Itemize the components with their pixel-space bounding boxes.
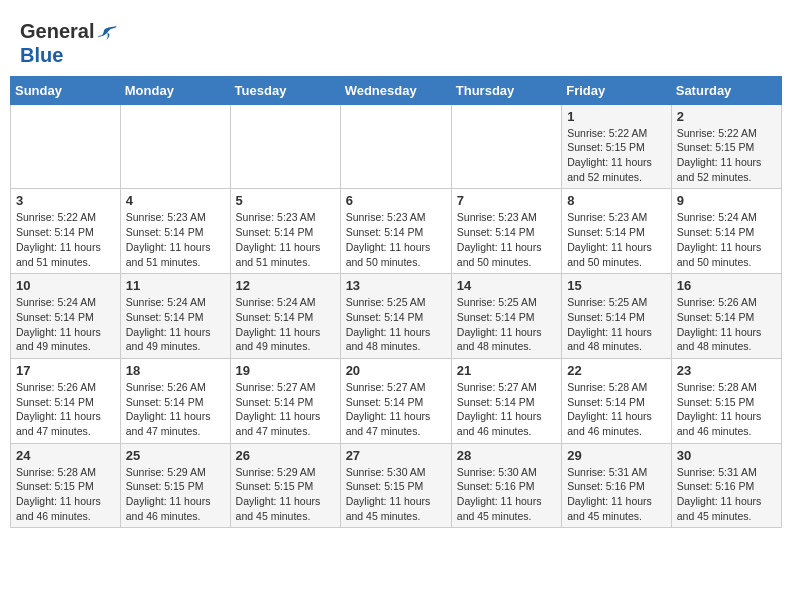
calendar-cell: 28Sunrise: 5:30 AM Sunset: 5:16 PM Dayli… [451,443,561,528]
day-info: Sunrise: 5:26 AM Sunset: 5:14 PM Dayligh… [126,380,225,439]
calendar-cell [230,104,340,189]
day-number: 25 [126,448,225,463]
day-number: 18 [126,363,225,378]
day-info: Sunrise: 5:28 AM Sunset: 5:15 PM Dayligh… [16,465,115,524]
calendar-cell: 14Sunrise: 5:25 AM Sunset: 5:14 PM Dayli… [451,274,561,359]
day-number: 10 [16,278,115,293]
day-info: Sunrise: 5:29 AM Sunset: 5:15 PM Dayligh… [126,465,225,524]
calendar-cell: 7Sunrise: 5:23 AM Sunset: 5:14 PM Daylig… [451,189,561,274]
day-info: Sunrise: 5:31 AM Sunset: 5:16 PM Dayligh… [567,465,666,524]
day-info: Sunrise: 5:30 AM Sunset: 5:16 PM Dayligh… [457,465,556,524]
day-info: Sunrise: 5:30 AM Sunset: 5:15 PM Dayligh… [346,465,446,524]
day-info: Sunrise: 5:23 AM Sunset: 5:14 PM Dayligh… [126,210,225,269]
day-info: Sunrise: 5:25 AM Sunset: 5:14 PM Dayligh… [346,295,446,354]
day-number: 11 [126,278,225,293]
calendar-cell [120,104,230,189]
day-info: Sunrise: 5:27 AM Sunset: 5:14 PM Dayligh… [236,380,335,439]
day-number: 30 [677,448,776,463]
day-number: 26 [236,448,335,463]
day-info: Sunrise: 5:31 AM Sunset: 5:16 PM Dayligh… [677,465,776,524]
calendar-cell [11,104,121,189]
day-info: Sunrise: 5:27 AM Sunset: 5:14 PM Dayligh… [346,380,446,439]
day-info: Sunrise: 5:26 AM Sunset: 5:14 PM Dayligh… [16,380,115,439]
day-number: 28 [457,448,556,463]
calendar-cell: 26Sunrise: 5:29 AM Sunset: 5:15 PM Dayli… [230,443,340,528]
day-info: Sunrise: 5:27 AM Sunset: 5:14 PM Dayligh… [457,380,556,439]
day-number: 24 [16,448,115,463]
day-info: Sunrise: 5:23 AM Sunset: 5:14 PM Dayligh… [236,210,335,269]
calendar-cell: 29Sunrise: 5:31 AM Sunset: 5:16 PM Dayli… [562,443,672,528]
calendar-cell [340,104,451,189]
weekday-header-tuesday: Tuesday [230,76,340,104]
week-row-1: 1Sunrise: 5:22 AM Sunset: 5:15 PM Daylig… [11,104,782,189]
day-number: 13 [346,278,446,293]
calendar-cell: 1Sunrise: 5:22 AM Sunset: 5:15 PM Daylig… [562,104,672,189]
day-info: Sunrise: 5:24 AM Sunset: 5:14 PM Dayligh… [16,295,115,354]
weekday-header-saturday: Saturday [671,76,781,104]
day-info: Sunrise: 5:24 AM Sunset: 5:14 PM Dayligh… [236,295,335,354]
day-number: 1 [567,109,666,124]
day-info: Sunrise: 5:22 AM Sunset: 5:15 PM Dayligh… [677,126,776,185]
page-header: General Blue [10,10,782,71]
calendar-cell: 25Sunrise: 5:29 AM Sunset: 5:15 PM Dayli… [120,443,230,528]
logo-general: General [20,20,94,42]
calendar-cell: 10Sunrise: 5:24 AM Sunset: 5:14 PM Dayli… [11,274,121,359]
logo-bird-icon [96,22,118,44]
day-number: 21 [457,363,556,378]
day-info: Sunrise: 5:28 AM Sunset: 5:15 PM Dayligh… [677,380,776,439]
logo: General Blue [20,20,118,66]
day-number: 12 [236,278,335,293]
calendar-cell: 3Sunrise: 5:22 AM Sunset: 5:14 PM Daylig… [11,189,121,274]
week-row-4: 17Sunrise: 5:26 AM Sunset: 5:14 PM Dayli… [11,358,782,443]
weekday-header-row: SundayMondayTuesdayWednesdayThursdayFrid… [11,76,782,104]
day-info: Sunrise: 5:29 AM Sunset: 5:15 PM Dayligh… [236,465,335,524]
day-info: Sunrise: 5:25 AM Sunset: 5:14 PM Dayligh… [457,295,556,354]
calendar-cell: 9Sunrise: 5:24 AM Sunset: 5:14 PM Daylig… [671,189,781,274]
calendar-cell: 20Sunrise: 5:27 AM Sunset: 5:14 PM Dayli… [340,358,451,443]
weekday-header-thursday: Thursday [451,76,561,104]
weekday-header-friday: Friday [562,76,672,104]
calendar-cell: 17Sunrise: 5:26 AM Sunset: 5:14 PM Dayli… [11,358,121,443]
day-number: 5 [236,193,335,208]
day-info: Sunrise: 5:22 AM Sunset: 5:15 PM Dayligh… [567,126,666,185]
calendar-cell: 23Sunrise: 5:28 AM Sunset: 5:15 PM Dayli… [671,358,781,443]
calendar-cell: 12Sunrise: 5:24 AM Sunset: 5:14 PM Dayli… [230,274,340,359]
day-number: 7 [457,193,556,208]
calendar-cell: 11Sunrise: 5:24 AM Sunset: 5:14 PM Dayli… [120,274,230,359]
calendar-cell: 18Sunrise: 5:26 AM Sunset: 5:14 PM Dayli… [120,358,230,443]
calendar-cell: 2Sunrise: 5:22 AM Sunset: 5:15 PM Daylig… [671,104,781,189]
logo-blue: Blue [20,44,118,66]
week-row-2: 3Sunrise: 5:22 AM Sunset: 5:14 PM Daylig… [11,189,782,274]
calendar-cell: 13Sunrise: 5:25 AM Sunset: 5:14 PM Dayli… [340,274,451,359]
weekday-header-monday: Monday [120,76,230,104]
calendar-cell: 24Sunrise: 5:28 AM Sunset: 5:15 PM Dayli… [11,443,121,528]
day-number: 20 [346,363,446,378]
day-info: Sunrise: 5:26 AM Sunset: 5:14 PM Dayligh… [677,295,776,354]
calendar-cell: 15Sunrise: 5:25 AM Sunset: 5:14 PM Dayli… [562,274,672,359]
week-row-3: 10Sunrise: 5:24 AM Sunset: 5:14 PM Dayli… [11,274,782,359]
calendar-cell: 30Sunrise: 5:31 AM Sunset: 5:16 PM Dayli… [671,443,781,528]
day-number: 8 [567,193,666,208]
day-number: 2 [677,109,776,124]
day-info: Sunrise: 5:25 AM Sunset: 5:14 PM Dayligh… [567,295,666,354]
calendar-table: SundayMondayTuesdayWednesdayThursdayFrid… [10,76,782,529]
day-number: 15 [567,278,666,293]
day-number: 23 [677,363,776,378]
day-number: 3 [16,193,115,208]
calendar-cell: 27Sunrise: 5:30 AM Sunset: 5:15 PM Dayli… [340,443,451,528]
day-number: 9 [677,193,776,208]
day-info: Sunrise: 5:24 AM Sunset: 5:14 PM Dayligh… [677,210,776,269]
calendar-cell: 21Sunrise: 5:27 AM Sunset: 5:14 PM Dayli… [451,358,561,443]
day-number: 14 [457,278,556,293]
day-info: Sunrise: 5:24 AM Sunset: 5:14 PM Dayligh… [126,295,225,354]
day-info: Sunrise: 5:23 AM Sunset: 5:14 PM Dayligh… [567,210,666,269]
day-info: Sunrise: 5:23 AM Sunset: 5:14 PM Dayligh… [346,210,446,269]
calendar-cell: 19Sunrise: 5:27 AM Sunset: 5:14 PM Dayli… [230,358,340,443]
weekday-header-sunday: Sunday [11,76,121,104]
calendar-cell [451,104,561,189]
calendar-cell: 22Sunrise: 5:28 AM Sunset: 5:14 PM Dayli… [562,358,672,443]
calendar-cell: 6Sunrise: 5:23 AM Sunset: 5:14 PM Daylig… [340,189,451,274]
day-number: 27 [346,448,446,463]
day-number: 16 [677,278,776,293]
weekday-header-wednesday: Wednesday [340,76,451,104]
